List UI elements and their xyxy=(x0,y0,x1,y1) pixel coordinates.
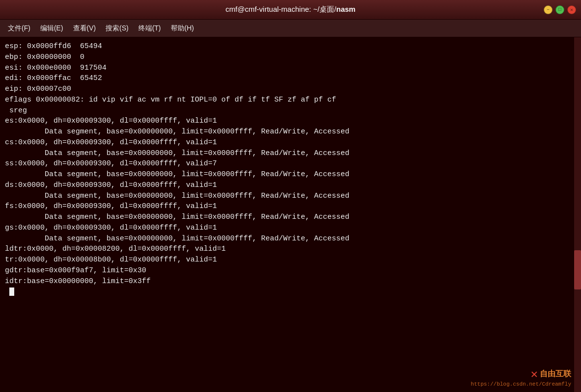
menu-view[interactable]: 查看(V) xyxy=(69,22,100,35)
watermark: ✕ 自由互联 https://blog.csdn.net/Cdreamfly xyxy=(471,367,571,387)
menu-help[interactable]: 帮助(H) xyxy=(167,22,198,35)
menu-search[interactable]: 搜索(S) xyxy=(102,22,132,35)
scrollbar[interactable] xyxy=(574,37,581,392)
terminal-cursor xyxy=(9,287,14,296)
terminal-output: esp: 0x0000ffd6 65494 ebp: 0x00000000 0 … xyxy=(5,41,576,297)
window-title: cmf@cmf-virtual-machine: ~/桌面/nasm xyxy=(226,5,356,14)
scrollbar-thumb[interactable] xyxy=(574,250,581,289)
titlebar: cmf@cmf-virtual-machine: ~/桌面/nasm – □ ✕ xyxy=(0,0,581,20)
menu-file[interactable]: 文件(F) xyxy=(4,22,34,35)
terminal-area[interactable]: esp: 0x0000ffd6 65494 ebp: 0x00000000 0 … xyxy=(0,37,581,392)
menu-terminal[interactable]: 终端(T) xyxy=(134,22,165,35)
maximize-button[interactable]: □ xyxy=(555,5,564,14)
menu-edit[interactable]: 编辑(E) xyxy=(36,22,67,35)
watermark-logo: ✕ 自由互联 xyxy=(531,367,571,381)
watermark-x-icon: ✕ xyxy=(531,367,538,381)
menubar: 文件(F) 编辑(E) 查看(V) 搜索(S) 终端(T) 帮助(H) xyxy=(0,20,581,37)
watermark-brand: 自由互联 xyxy=(540,369,571,379)
watermark-url: https://blog.csdn.net/Cdreamfly xyxy=(471,381,571,387)
minimize-button[interactable]: – xyxy=(544,5,553,14)
window-controls: – □ ✕ xyxy=(544,5,576,14)
close-button[interactable]: ✕ xyxy=(567,5,576,14)
